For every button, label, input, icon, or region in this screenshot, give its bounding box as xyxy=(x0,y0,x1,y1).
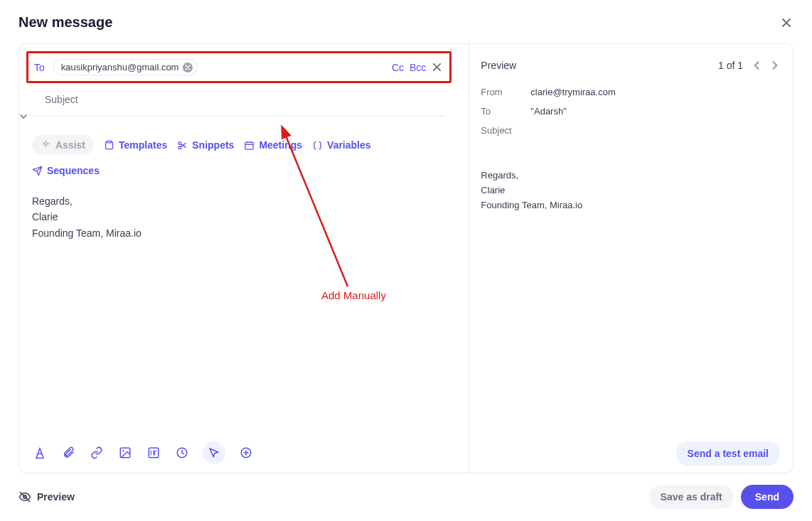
send-test-email-button[interactable]: Send a test email xyxy=(676,441,780,466)
main-panel: To kausikpriyanshu@gmail.com Cc Bcc Subj… xyxy=(18,43,794,473)
calendar-icon xyxy=(244,140,255,151)
braces-icon xyxy=(312,140,323,151)
pager-next-icon[interactable] xyxy=(770,60,780,70)
snippets-button[interactable]: Snippets xyxy=(177,139,234,151)
cc-button[interactable]: Cc xyxy=(392,62,404,73)
templates-icon xyxy=(104,140,114,151)
preview-to-value: "Adarsh" xyxy=(530,106,566,117)
sparkle-icon xyxy=(41,140,51,151)
clear-recipients-icon[interactable] xyxy=(432,62,442,72)
assist-button[interactable]: Assist xyxy=(32,135,94,155)
send-icon xyxy=(32,166,43,176)
remove-recipient-icon[interactable] xyxy=(183,63,193,72)
format-toolbar xyxy=(19,433,459,473)
schedule-icon[interactable] xyxy=(174,445,190,461)
preview-body: Regards, Clarie Founding Team, Miraa.io xyxy=(481,168,780,213)
preview-to-row: To "Adarsh" xyxy=(481,102,780,121)
add-more-icon[interactable] xyxy=(238,445,254,461)
to-field-highlight: To kausikpriyanshu@gmail.com Cc Bcc xyxy=(26,51,452,83)
preview-line-3: Founding Team, Miraa.io xyxy=(481,198,780,213)
modal-header: New message xyxy=(18,14,794,31)
preview-line-2: Clarie xyxy=(481,183,780,198)
link-icon[interactable] xyxy=(89,445,105,461)
message-body[interactable]: Regards, Clarie Founding Team, Miraa.io xyxy=(19,183,459,433)
preview-title: Preview xyxy=(481,60,516,71)
image-icon[interactable] xyxy=(117,445,133,461)
footer: Preview Save as draft Send xyxy=(18,485,794,509)
modal-title: New message xyxy=(18,14,112,31)
subject-placeholder: Subject xyxy=(45,94,78,105)
svg-rect-4 xyxy=(245,142,253,149)
preview-pane: Preview 1 of 1 From clarie@trymiraa.com … xyxy=(469,44,793,473)
recipient-email: kausikpriyanshu@gmail.com xyxy=(61,62,179,72)
compose-toolbar: Assist Templates Snippets Meetings Varia… xyxy=(19,125,459,183)
recipient-chip[interactable]: kausikpriyanshu@gmail.com xyxy=(53,59,198,75)
send-button[interactable]: Send xyxy=(741,485,794,509)
preview-subject-row: Subject xyxy=(481,121,780,140)
body-line-1: Regards, xyxy=(32,193,446,209)
preview-line-1: Regards, xyxy=(481,168,780,183)
attachment-icon[interactable] xyxy=(60,445,76,461)
pager-prev-icon[interactable] xyxy=(752,60,762,70)
from-label: From xyxy=(481,87,516,97)
body-line-2: Clarie xyxy=(32,209,446,225)
eye-off-icon xyxy=(18,490,31,503)
svg-rect-1 xyxy=(107,141,111,143)
cursor-tracking-icon[interactable] xyxy=(203,441,225,464)
svg-point-8 xyxy=(122,450,124,451)
preview-to-label: To xyxy=(481,106,516,117)
save-draft-button[interactable]: Save as draft xyxy=(649,485,734,509)
preview-from-row: From clarie@trymiraa.com xyxy=(481,82,780,102)
variables-button[interactable]: Variables xyxy=(312,139,371,151)
preview-subject-label: Subject xyxy=(481,125,516,136)
scissors-icon xyxy=(177,140,188,151)
text-format-icon[interactable] xyxy=(32,445,48,461)
subject-field[interactable]: Subject xyxy=(32,83,446,117)
expand-caret-icon[interactable] xyxy=(19,112,459,121)
svg-point-3 xyxy=(178,146,181,149)
pager-count: 1 of 1 xyxy=(718,60,743,71)
templates-button[interactable]: Templates xyxy=(104,139,167,151)
body-line-3: Founding Team, Miraa.io xyxy=(32,225,446,241)
meetings-button[interactable]: Meetings xyxy=(244,139,302,151)
bcc-button[interactable]: Bcc xyxy=(410,62,426,73)
close-button[interactable] xyxy=(779,16,794,30)
from-value: clarie@trymiraa.com xyxy=(530,87,615,97)
preview-toggle-button[interactable]: Preview xyxy=(18,490,75,503)
gif-icon[interactable] xyxy=(146,445,161,461)
sequences-button[interactable]: Sequences xyxy=(32,165,100,176)
to-label: To xyxy=(34,62,45,73)
svg-point-2 xyxy=(178,141,181,144)
compose-pane: To kausikpriyanshu@gmail.com Cc Bcc Subj… xyxy=(19,44,459,473)
preview-pager: 1 of 1 xyxy=(718,60,780,71)
